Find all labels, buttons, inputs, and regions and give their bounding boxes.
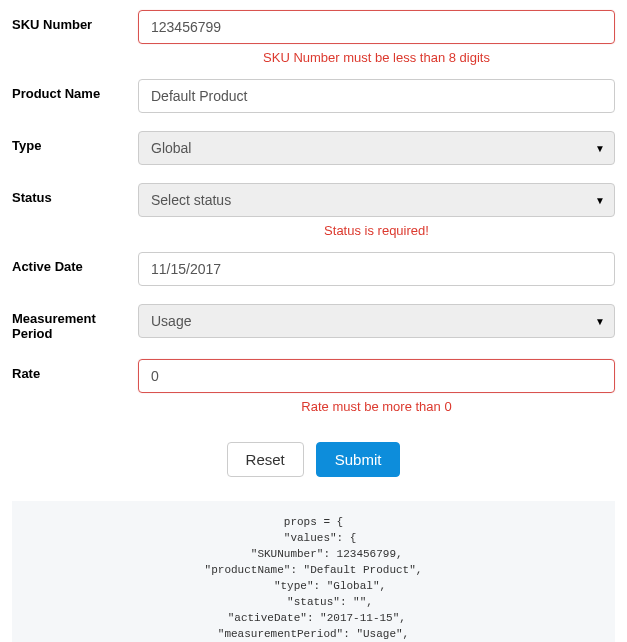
status-select[interactable]: Select status: [138, 183, 615, 217]
product-name-input[interactable]: [138, 79, 615, 113]
status-error: Status is required!: [138, 223, 615, 238]
type-label: Type: [12, 131, 138, 153]
sku-label: SKU Number: [12, 10, 138, 32]
type-select[interactable]: Global: [138, 131, 615, 165]
status-label: Status: [12, 183, 138, 205]
rate-input[interactable]: [138, 359, 615, 393]
submit-button[interactable]: Submit: [316, 442, 401, 477]
active-date-input[interactable]: [138, 252, 615, 286]
sku-error: SKU Number must be less than 8 digits: [138, 50, 615, 65]
active-date-label: Active Date: [12, 252, 138, 274]
measurement-period-select[interactable]: Usage: [138, 304, 615, 338]
product-name-label: Product Name: [12, 79, 138, 101]
measurement-period-label: Measurement Period: [12, 304, 138, 341]
sku-input[interactable]: [138, 10, 615, 44]
rate-error: Rate must be more than 0: [138, 399, 615, 414]
rate-label: Rate: [12, 359, 138, 381]
debug-output: props = { "values": { "SKUNumber": 12345…: [12, 501, 615, 642]
reset-button[interactable]: Reset: [227, 442, 304, 477]
